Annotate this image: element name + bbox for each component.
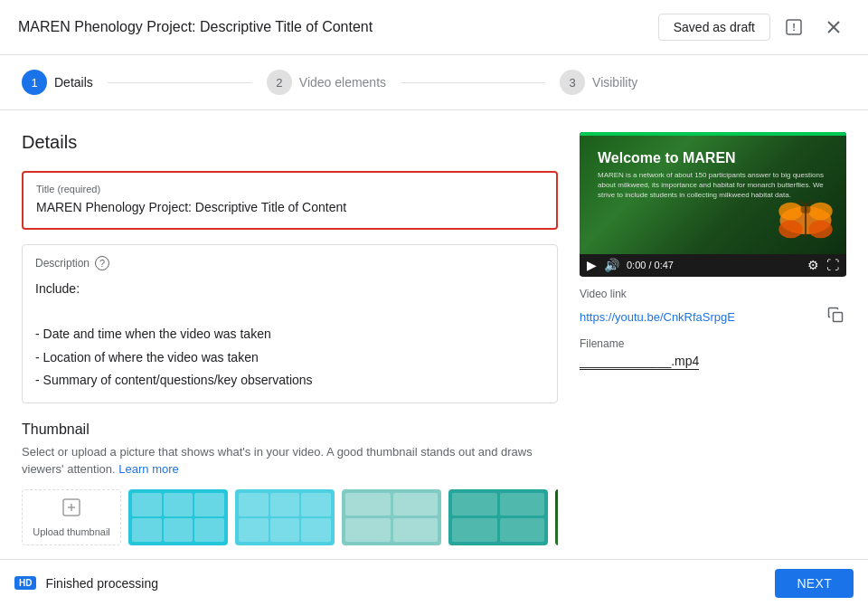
footer-status: Finished processing [45,576,158,591]
description-header: Description ? [35,256,544,270]
video-link-url[interactable]: https://youtu.be/CnkRfaSrpgE [580,310,735,324]
thumbnail-option-5[interactable]: Welcome to MAREN [555,489,558,545]
svg-line-22 [806,201,814,206]
title-field-value: MAREN Phenology Project: Descriptive Tit… [36,198,543,217]
svg-point-15 [808,203,832,221]
main-content: Details Title (required) MAREN Phenology… [0,110,868,559]
header-actions: Saved as draft ! [658,11,850,43]
upload-thumbnail-button[interactable]: Upload thumbnail [22,489,121,545]
footer: HD Finished processing NEXT [0,559,868,606]
right-panel: Welcome to MAREN MAREN is a network of a… [580,132,846,537]
section-title: Details [22,132,558,153]
step-1-label: Details [54,75,93,90]
step-visibility[interactable]: 3 Visibility [560,70,637,95]
video-link-label: Video link [580,288,846,300]
step-line-2 [401,82,545,83]
svg-rect-23 [834,313,843,322]
close-button[interactable] [817,11,850,43]
step-3-label: Visibility [592,75,637,90]
next-button[interactable]: NEXT [775,569,854,598]
svg-point-17 [808,221,832,239]
progress-bar [580,132,846,136]
alert-button[interactable]: ! [778,11,810,43]
svg-line-21 [797,201,806,206]
close-icon [825,18,843,36]
dialog-header: MAREN Phenology Project: Descriptive Tit… [0,0,868,55]
thumbnail-grid: Upload thumbnail [22,489,558,545]
thumbnail-option-1[interactable] [128,489,228,545]
stepper: 1 Details 2 Video elements 3 Visibility [0,55,868,110]
play-button[interactable]: ▶ [587,258,597,272]
video-title-overlay: Welcome to MAREN [598,150,736,166]
thumbnail-desc: Select or upload a picture that shows wh… [22,443,558,478]
thumbnail-option-2[interactable] [235,489,335,545]
video-link-row: https://youtu.be/CnkRfaSrpgE [580,304,846,330]
title-field-label: Title (required) [36,184,543,194]
step-video-elements[interactable]: 2 Video elements [267,70,386,95]
video-preview: Welcome to MAREN MAREN is a network of a… [580,132,846,277]
saved-draft-button[interactable]: Saved as draft [658,14,770,41]
step-3-circle: 3 [560,70,585,95]
thumbnail-option-4[interactable] [448,489,548,545]
step-details[interactable]: 1 Details [22,70,93,95]
dialog-title: MAREN Phenology Project: Descriptive Tit… [18,19,373,35]
filename-value: _____________.mp4 [580,354,699,370]
description-field[interactable]: Description ? Include: - Date and time w… [22,244,558,403]
settings-button[interactable]: ⚙ [807,258,819,272]
description-help-icon[interactable]: ? [95,256,109,270]
alert-icon: ! [785,18,803,36]
title-field[interactable]: Title (required) MAREN Phenology Project… [22,171,558,230]
svg-point-14 [778,203,802,221]
learn-more-link[interactable]: Learn more [118,462,178,476]
mute-button[interactable]: 🔊 [604,258,619,272]
butterfly-image [774,195,837,245]
left-panel: Details Title (required) MAREN Phenology… [22,132,558,537]
filename-section: Filename _____________.mp4 [580,337,846,370]
thumbnail-title: Thumbnail [22,421,558,438]
svg-point-16 [778,221,802,239]
filename-label: Filename [580,337,846,350]
upload-icon [61,497,82,523]
video-link-section: Video link https://youtu.be/CnkRfaSrpgE [580,288,846,330]
video-controls: ▶ 🔊 0:00 / 0:47 ⚙ ⛶ [580,254,846,276]
copy-icon [826,306,844,324]
fullscreen-button[interactable]: ⛶ [826,258,839,272]
step-2-circle: 2 [267,70,292,95]
upload-thumbnail-label: Upload thumbnail [33,526,110,537]
video-thumbnail: Welcome to MAREN MAREN is a network of a… [580,132,846,254]
description-text: Include: - Date and time when the video … [35,278,544,392]
hd-badge: HD [14,576,36,590]
video-time: 0:00 / 0:47 [627,260,674,270]
step-line-1 [108,82,252,83]
copy-link-button[interactable] [825,304,846,330]
thumbnail-section: Thumbnail Select or upload a picture tha… [22,421,558,545]
step-1-circle: 1 [22,70,47,95]
footer-left: HD Finished processing [14,576,158,591]
description-label: Description [35,257,90,270]
thumbnail-option-3[interactable] [342,489,441,545]
step-2-label: Video elements [299,75,386,90]
svg-text:!: ! [792,22,796,33]
